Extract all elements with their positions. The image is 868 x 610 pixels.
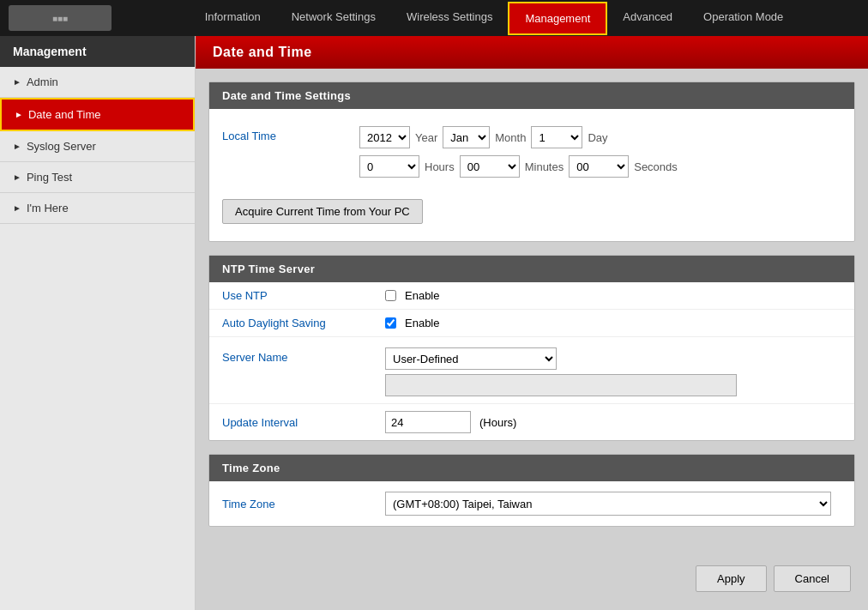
nav-advanced[interactable]: Advanced <box>607 2 688 35</box>
date-time-section-body: Local Time 2012 2013 2014 2015 Year <box>209 109 854 241</box>
sidebar-item-admin[interactable]: ► Admin <box>0 67 195 98</box>
chevron-icon: ► <box>13 142 21 151</box>
top-nav: ■■■ Information Network Settings Wireles… <box>0 0 868 36</box>
chevron-icon: ► <box>13 172 21 182</box>
month-label: Month <box>495 131 526 144</box>
sidebar-item-admin-label: Admin <box>27 75 58 88</box>
sidebar: Management ► Admin ► Date and Time ► Sys… <box>0 36 196 610</box>
use-ntp-checkbox[interactable] <box>385 290 396 301</box>
sidebar-title: Management <box>0 36 195 67</box>
page-title: Date and Time <box>196 36 868 69</box>
day-label: Day <box>588 131 607 144</box>
ntp-section-body: Use NTP Enable Auto Daylight Saving Enab… <box>209 282 854 440</box>
date-time-section: Date and Time Settings Local Time 2012 2… <box>208 82 855 242</box>
sidebar-item-syslog-server[interactable]: ► Syslog Server <box>0 131 195 162</box>
seconds-label: Seconds <box>634 160 678 173</box>
bottom-bar: Apply Cancel <box>196 553 868 605</box>
year-select[interactable]: 2012 2013 2014 2015 <box>359 126 410 148</box>
auto-daylight-enable-label: Enable <box>405 317 439 329</box>
chevron-icon: ► <box>15 110 23 119</box>
minutes-select[interactable]: 00010510 15202530 3540455055 <box>460 155 520 178</box>
main-layout: Management ► Admin ► Date and Time ► Sys… <box>0 36 868 610</box>
timezone-section-header: Time Zone <box>209 455 854 481</box>
update-interval-label: Update Interval <box>222 416 377 429</box>
hours-select[interactable]: 01234 56789 1011121314 1516171819 202122… <box>359 155 419 178</box>
day-select[interactable]: 12345 678910 1112131415 1617181920 21222… <box>531 126 582 148</box>
local-time-container: 2012 2013 2014 2015 Year JanFebMarApr Ma… <box>359 126 678 178</box>
server-name-inputs: User-Defined pool.ntp.org time.windows.c… <box>385 347 737 396</box>
update-interval-unit: (Hours) <box>479 416 516 429</box>
timezone-section: Time Zone Time Zone (GMT-12:00) Eniwetok… <box>208 454 855 527</box>
nav-links: Information Network Settings Wireless Se… <box>129 2 859 35</box>
timezone-row: Time Zone (GMT-12:00) Eniwetok, Kwajalei… <box>209 481 854 526</box>
month-select[interactable]: JanFebMarApr MayJunJulAug SepOctNovDec <box>443 126 490 148</box>
use-ntp-row: Use NTP Enable <box>209 282 854 310</box>
server-name-row: Server Name User-Defined pool.ntp.org ti… <box>209 337 854 404</box>
auto-daylight-label: Auto Daylight Saving <box>222 317 377 329</box>
date-time-section-header: Date and Time Settings <box>209 82 854 109</box>
sidebar-item-im-here[interactable]: ► I'm Here <box>0 193 195 224</box>
sidebar-item-date-time-label: Date and Time <box>28 108 101 121</box>
sidebar-item-syslog-label: Syslog Server <box>27 140 96 153</box>
chevron-icon: ► <box>13 77 21 87</box>
chevron-icon: ► <box>13 203 21 213</box>
logo: ■■■ <box>9 5 112 31</box>
local-time-label: Local Time <box>222 126 342 142</box>
sidebar-item-ping-test[interactable]: ► Ping Test <box>0 162 195 193</box>
sidebar-item-imhere-label: I'm Here <box>27 202 69 214</box>
hours-label: Hours <box>425 160 455 173</box>
server-name-dropdown[interactable]: User-Defined pool.ntp.org time.windows.c… <box>385 347 557 370</box>
sidebar-item-date-and-time[interactable]: ► Date and Time <box>0 98 195 131</box>
acquire-time-button[interactable]: Acquire Current Time from Your PC <box>222 199 423 224</box>
auto-daylight-row: Auto Daylight Saving Enable <box>209 310 854 337</box>
minutes-label: Minutes <box>525 160 564 173</box>
nav-network-settings[interactable]: Network Settings <box>276 2 391 35</box>
sidebar-item-ping-label: Ping Test <box>27 171 72 184</box>
seconds-select[interactable]: 00010510 15202530 3540455055 <box>569 155 629 178</box>
cancel-button[interactable]: Cancel <box>774 565 851 592</box>
date-row: 2012 2013 2014 2015 Year JanFebMarApr Ma… <box>359 126 678 148</box>
year-label: Year <box>415 131 437 144</box>
update-interval-input[interactable] <box>385 411 471 433</box>
server-name-label: Server Name <box>222 347 377 364</box>
nav-management[interactable]: Management <box>508 2 607 35</box>
content-inner: Date and Time Settings Local Time 2012 2… <box>196 69 868 553</box>
nav-wireless-settings[interactable]: Wireless Settings <box>391 2 508 35</box>
use-ntp-enable-label: Enable <box>405 289 439 302</box>
nav-operation-mode[interactable]: Operation Mode <box>688 2 799 35</box>
apply-button[interactable]: Apply <box>696 565 767 592</box>
auto-daylight-checkbox[interactable] <box>385 317 396 329</box>
timezone-select[interactable]: (GMT-12:00) Eniwetok, Kwajalein (GMT-11:… <box>385 492 831 516</box>
nav-information[interactable]: Information <box>190 2 276 35</box>
use-ntp-label: Use NTP <box>222 289 377 302</box>
content-area: Date and Time Date and Time Settings Loc… <box>196 36 868 610</box>
time-row: 01234 56789 1011121314 1516171819 202122… <box>359 155 678 178</box>
ntp-section-header: NTP Time Server <box>209 256 854 282</box>
update-interval-row: Update Interval (Hours) <box>209 404 854 440</box>
server-name-input[interactable] <box>385 374 737 396</box>
timezone-label: Time Zone <box>222 498 377 510</box>
ntp-section: NTP Time Server Use NTP Enable Auto Dayl… <box>208 255 855 441</box>
